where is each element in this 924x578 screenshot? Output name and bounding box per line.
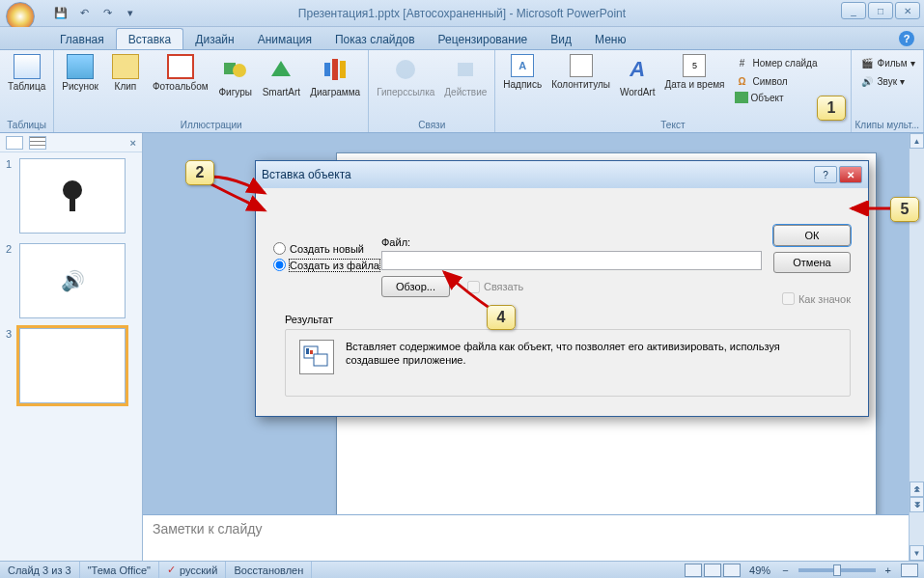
- result-text: Вставляет содержимое файла как объект, ч…: [346, 340, 836, 368]
- ribbon-movie[interactable]: 🎬Фильм ▾: [857, 54, 917, 71]
- radio-create-new[interactable]: Создать новый: [273, 242, 379, 255]
- ribbon-textbox[interactable]: AНадпись: [499, 52, 546, 118]
- thumb-3[interactable]: [19, 328, 126, 403]
- qat-save-icon[interactable]: 💾: [50, 3, 71, 24]
- help-icon[interactable]: ?: [899, 31, 914, 46]
- qat-redo-icon[interactable]: ↷: [97, 3, 118, 24]
- ribbon-symbol-label: Символ: [753, 76, 788, 87]
- thumb-tab-slides-icon[interactable]: [6, 136, 23, 150]
- ribbon-shapes[interactable]: Фигуры: [214, 52, 257, 118]
- svg-rect-9: [306, 348, 309, 354]
- thumb-row-3[interactable]: 3: [6, 328, 136, 403]
- cancel-button[interactable]: Отмена: [773, 252, 851, 273]
- ribbon-wordart-label: WordArt: [620, 87, 656, 97]
- prev-slide-icon[interactable]: ⯭: [910, 482, 924, 497]
- ribbon: Таблица Таблицы Рисунок Клип Фотоальбом …: [0, 50, 924, 133]
- close-button[interactable]: ✕: [895, 2, 920, 19]
- as-icon-checkbox[interactable]: Как значок: [782, 292, 851, 305]
- thumb-1[interactable]: [19, 158, 126, 234]
- status-lang[interactable]: ✓русский: [159, 562, 226, 578]
- symbol-icon: Ω: [735, 73, 750, 89]
- tab-design[interactable]: Дизайн: [183, 29, 245, 49]
- ribbon-hyperlink-label: Гиперссылка: [377, 87, 434, 97]
- tab-menu[interactable]: Меню: [583, 29, 637, 49]
- ribbon-date-label: Дата и время: [664, 79, 724, 90]
- qat-more-icon[interactable]: ▾: [120, 3, 141, 24]
- ribbon-shapes-label: Фигуры: [218, 87, 251, 97]
- zoom-slider[interactable]: [798, 568, 876, 572]
- as-icon-label: Как значок: [798, 293, 851, 305]
- thumb-row-1[interactable]: 1: [6, 158, 136, 234]
- view-sorter-icon[interactable]: [704, 564, 721, 577]
- radio-from-file[interactable]: Создать из файла: [273, 259, 379, 271]
- tab-view[interactable]: Вид: [539, 29, 583, 49]
- thumb-tab-outline-icon[interactable]: [29, 136, 46, 150]
- ribbon-smartart-label: SmartArt: [263, 87, 300, 97]
- thumb-row-2[interactable]: 2 🔊: [6, 243, 136, 318]
- window-controls: _ □ ✕: [841, 2, 920, 19]
- scroll-up-icon[interactable]: ▲: [910, 133, 924, 149]
- ok-button[interactable]: ОК: [773, 225, 851, 246]
- object-icon: [735, 92, 748, 103]
- ribbon-textbox-label: Надпись: [503, 79, 542, 90]
- ribbon-headerfooter[interactable]: Колонтитулы: [547, 52, 614, 118]
- view-show-icon[interactable]: [723, 564, 741, 577]
- office-button[interactable]: [4, 0, 41, 27]
- ribbon-wordart[interactable]: AWordArt: [616, 52, 659, 118]
- tab-insert[interactable]: Вставка: [116, 28, 184, 49]
- dialog-help-icon[interactable]: ?: [814, 166, 837, 183]
- ribbon-sound[interactable]: 🔊Звук ▾: [857, 72, 917, 90]
- textbox-icon: A: [511, 54, 534, 77]
- dialog-close-icon[interactable]: ✕: [839, 166, 862, 183]
- tab-review[interactable]: Рецензирование: [427, 29, 540, 49]
- group-media-label: Клипы мульт...: [855, 118, 919, 132]
- scroll-down-icon[interactable]: ▼: [910, 545, 924, 561]
- album-icon: [167, 54, 194, 79]
- thumbpane-close-icon[interactable]: ×: [130, 137, 136, 149]
- ribbon-picture[interactable]: Рисунок: [58, 52, 102, 118]
- ribbon-chart[interactable]: Диаграмма: [306, 52, 364, 118]
- thumb-2[interactable]: 🔊: [19, 243, 126, 318]
- thumb-num-2: 2: [6, 243, 15, 318]
- window-title: Презентация1.pptx [Автосохраненный] - Mi…: [298, 7, 626, 20]
- view-normal-icon[interactable]: [685, 564, 702, 577]
- tab-home[interactable]: Главная: [48, 29, 116, 49]
- zoom-in-icon[interactable]: +: [882, 564, 895, 576]
- dialog-titlebar: Вставка объекта ? ✕: [256, 161, 868, 188]
- notes-pane[interactable]: Заметки к слайду: [143, 514, 909, 561]
- tab-slideshow[interactable]: Показ слайдов: [323, 29, 427, 49]
- ribbon-movie-label: Фильм: [878, 58, 908, 69]
- callout-4: 4: [487, 305, 516, 330]
- status-bar: Слайд 3 из 3 "Тема Office" ✓русский Восс…: [0, 561, 924, 578]
- thumbnail-pane: × 1 2 🔊 3: [0, 133, 143, 561]
- fit-slide-icon[interactable]: [901, 564, 918, 577]
- ribbon-chart-label: Диаграмма: [310, 87, 360, 97]
- ribbon-slidenum[interactable]: #Номер слайда: [733, 54, 820, 71]
- tab-anim[interactable]: Анимация: [246, 29, 323, 49]
- smartart-icon: [266, 54, 296, 85]
- maximize-button[interactable]: □: [868, 2, 893, 19]
- qat-undo-icon[interactable]: ↶: [73, 3, 95, 24]
- movie-icon: 🎬: [859, 55, 875, 70]
- ribbon-smartart[interactable]: SmartArt: [259, 52, 304, 118]
- ribbon-album[interactable]: Фотоальбом: [149, 52, 212, 118]
- title-bar: 💾 ↶ ↷ ▾ Презентация1.pptx [Автосохраненн…: [0, 0, 924, 27]
- zoom-handle[interactable]: [833, 564, 841, 576]
- status-right: 49% − +: [684, 562, 924, 578]
- ribbon-action: Действие: [440, 52, 490, 118]
- ribbon-table[interactable]: Таблица: [4, 52, 49, 118]
- zoom-value[interactable]: 49%: [742, 562, 778, 578]
- minimize-button[interactable]: _: [841, 2, 866, 19]
- ribbon-object[interactable]: Объект: [733, 91, 820, 104]
- ribbon-date[interactable]: 5Дата и время: [660, 52, 728, 118]
- ribbon-hyperlink: Гиперссылка: [373, 52, 438, 118]
- ribbon-symbol[interactable]: ΩСимвол: [733, 72, 820, 90]
- radio-from-file-label: Создать из файла: [290, 260, 379, 271]
- ribbon-slidenum-label: Номер слайда: [753, 58, 818, 69]
- thumbnail-tabs: ×: [0, 133, 142, 152]
- ribbon-picture-label: Рисунок: [62, 81, 98, 92]
- next-slide-icon[interactable]: ⯯: [910, 497, 924, 512]
- ribbon-clip[interactable]: Клип: [104, 52, 147, 118]
- group-illu-label: Иллюстрации: [58, 118, 364, 132]
- zoom-out-icon[interactable]: −: [778, 564, 792, 576]
